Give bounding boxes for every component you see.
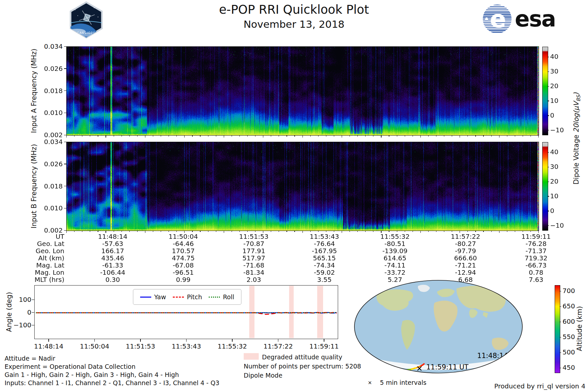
- spec-xtick-mark: [208, 136, 208, 137]
- spec-xtick-mark: [145, 136, 145, 138]
- ephemeris-cell: -64.46: [148, 240, 219, 248]
- spec-xtick-mark: [483, 231, 483, 232]
- dipole-colorbar-b: [542, 142, 548, 231]
- spec-xtick-mark: [523, 136, 523, 137]
- spec-xtick-mark: [66, 136, 67, 138]
- dipole-cbar-tick-label: 10: [550, 97, 558, 105]
- dipole-cbar-tick-label: 0: [550, 111, 554, 119]
- legend-line-sample: [173, 297, 184, 298]
- dipole-cbar-tick-mark: [547, 196, 549, 196]
- angle-xtick-label: 11:51:53: [118, 342, 163, 350]
- spec-xtick-mark: [129, 136, 130, 137]
- spec-xtick-mark: [122, 136, 122, 137]
- ephemeris-cell: -139.09: [360, 247, 430, 255]
- ephemeris-cell: -81.34: [219, 269, 289, 276]
- degraded-attitude-band: [249, 286, 254, 338]
- altitude-cbar-tick-label: 650: [563, 302, 575, 310]
- spec-xtick-mark: [129, 231, 130, 232]
- esa-wordmark: esa: [515, 6, 556, 32]
- ephemeris-row-label: Geo. Lon: [2, 247, 64, 255]
- altitude-cbar-tick-mark: [560, 322, 561, 322]
- ephemeris-cell: 517.97: [219, 254, 289, 262]
- spec-xtick-mark: [153, 136, 153, 137]
- spec-xtick-mark: [232, 136, 232, 137]
- spec-xtick-mark: [90, 231, 90, 232]
- dipole-cbar-tick-mark: [547, 225, 549, 226]
- spec-xtick-mark: [216, 231, 216, 232]
- esa-globe-icon: e: [483, 5, 512, 33]
- dipole-colorbar-label-suffix: ): [572, 92, 580, 95]
- spec-xtick-mark: [184, 136, 185, 138]
- ephemeris-cell: 11:59:11: [501, 233, 571, 240]
- angle-plot-legend: YawPitchRoll: [133, 289, 241, 305]
- spec-xtick-mark: [342, 136, 342, 138]
- spec-xtick-mark: [467, 136, 468, 137]
- ephemeris-cell: -76.64: [289, 240, 360, 248]
- ground-track-map: 11:48:14 UT 11:59:11 UT: [353, 279, 524, 374]
- ephemeris-cell: 719.32: [501, 254, 571, 262]
- gains-text: Gain 1 - High, Gain 2 - High, Gain 3 - H…: [5, 371, 179, 378]
- spec-xtick-mark: [169, 136, 169, 137]
- spec-ytick-label: 0.026: [39, 65, 63, 73]
- ephemeris-cell: 11:51:53: [219, 233, 289, 240]
- ephemeris-cell: -71.68: [219, 261, 289, 269]
- spec-xtick-mark: [389, 136, 389, 137]
- ephemeris-row-label: MLT (hrs): [2, 276, 64, 284]
- ephemeris-cell: 3.55: [289, 276, 360, 284]
- inputs-text: Inputs: Channel 1 - I1, Channel 2 - Q1, …: [5, 379, 220, 386]
- spec-xtick-mark: [381, 136, 381, 138]
- spec-xtick-mark: [531, 136, 531, 137]
- ephemeris-cell: 666.60: [430, 254, 501, 262]
- ephemeris-cell: 11:53:43: [289, 233, 360, 240]
- dipole-cbar-tick-mark: [547, 211, 549, 211]
- attitude-text: Attitude = Nadir: [5, 355, 55, 362]
- spec-xtick-mark: [318, 136, 318, 137]
- esa-logo: e esa: [483, 5, 556, 33]
- interval-legend-label: 5 min intervals: [380, 379, 426, 386]
- spec-xtick-mark: [515, 136, 515, 137]
- spec-xtick-mark: [232, 231, 232, 232]
- altitude-cbar-tick-label: 550: [563, 333, 575, 341]
- spec-xtick-mark: [350, 136, 350, 137]
- legend-item-yaw: Yaw: [140, 293, 166, 301]
- ephemeris-cell: 6.68: [430, 276, 501, 284]
- altitude-cbar-tick-label: 700: [563, 287, 575, 295]
- angle-ytick-label: −100: [8, 321, 31, 329]
- spec-xtick-mark: [208, 231, 208, 232]
- altitude-cbar-tick-mark: [560, 306, 561, 307]
- spec-xtick-mark: [271, 136, 271, 137]
- ephemeris-cell: -71.21: [430, 261, 501, 269]
- spec-ytick-label: 0.010: [39, 109, 63, 117]
- altitude-cbar-tick-label: 450: [563, 364, 575, 371]
- spec-xtick-mark: [192, 231, 192, 232]
- interval-x-marker-icon: ✕: [368, 380, 372, 386]
- esa-globe-dot: [485, 18, 488, 21]
- ephemeris-cell: -12.94: [430, 269, 501, 276]
- spec-xtick-mark: [334, 136, 334, 137]
- altitude-cbar-tick-label: 500: [563, 348, 575, 356]
- spec-xtick-mark: [169, 231, 169, 232]
- angle-xtick-label: 11:59:11: [301, 342, 347, 350]
- spec-ytick-label: 0.034: [39, 42, 63, 50]
- spec-xtick-mark: [452, 136, 452, 137]
- spec-xtick-mark: [460, 136, 460, 138]
- angle-xtick-label: 11:53:43: [164, 342, 209, 350]
- ephemeris-cell: 435.46: [77, 254, 148, 262]
- spec-xtick-mark: [161, 136, 161, 137]
- spec-xtick-mark: [334, 231, 334, 232]
- spec-xtick-mark: [114, 136, 114, 137]
- spec-xtick-mark: [74, 136, 74, 137]
- ephemeris-cell: 5.27: [360, 276, 430, 284]
- experiment-text: Experiment = Operational Data Collection: [5, 363, 136, 370]
- ephemeris-cell: 2.03: [219, 276, 289, 284]
- ephemeris-cell: -74.11: [360, 261, 430, 269]
- spec-xtick-mark: [452, 231, 452, 232]
- legend-item-pitch: Pitch: [173, 293, 202, 301]
- ephemeris-cell: -74.34: [289, 261, 360, 269]
- spec-xtick-mark: [279, 231, 279, 232]
- degraded-attitude-band: [289, 286, 294, 338]
- dipole-cbar-tick-mark: [547, 57, 549, 57]
- angle-xtick-mark: [186, 339, 187, 342]
- spec-ytick-label: 0.034: [39, 138, 63, 146]
- ephemeris-cell: 0.30: [77, 276, 148, 284]
